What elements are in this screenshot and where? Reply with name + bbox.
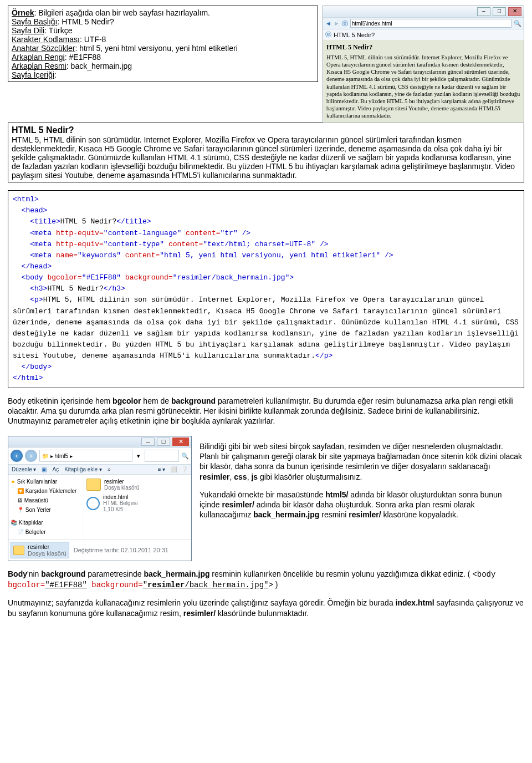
toolbar-chevron[interactable]: » — [108, 466, 111, 472]
icerik-label: Sayfa İçeriği — [12, 70, 54, 79]
search-icon[interactable]: 🔍 — [514, 20, 521, 27]
search-icon[interactable]: 🔍 — [181, 452, 189, 460]
breadcrumb[interactable]: 📁 ▸ html5 ▸ — [39, 450, 132, 462]
content-body: HTML 5, HTML dilinin son sürümüdür. Inte… — [12, 135, 520, 180]
bgimg-value: : back_hermain.jpg — [66, 62, 132, 70]
forward-icon[interactable]: ► — [334, 20, 340, 27]
close-icon[interactable]: ✕ — [172, 438, 189, 446]
search-input[interactable] — [145, 450, 179, 462]
ie-icon: ⓔ — [342, 19, 348, 28]
bgcolor-value: : #E1FF88 — [65, 53, 101, 62]
keywords-value: : html 5, yeni html versiyonu, yeni html… — [75, 44, 237, 53]
file-explorer: – □ ✕ ‹ › 📁 ▸ html5 ▸ ▾ 🔍 Düzenle ▾ ▣Aç … — [8, 436, 192, 561]
ie-icon: ⓔ — [325, 30, 331, 39]
keywords-label: Anahtar Sözcükler — [12, 44, 75, 53]
toolbar-duzenle[interactable]: Düzenle ▾ — [12, 466, 36, 472]
close-icon[interactable]: ✕ — [508, 7, 521, 16]
minimize-icon[interactable]: – — [141, 438, 155, 446]
para-background-path: Body'nin background parametresinde back_… — [8, 569, 524, 590]
back-icon[interactable]: ‹ — [11, 450, 23, 462]
selected-name: resimler — [28, 543, 66, 550]
maximize-icon[interactable]: □ — [493, 7, 506, 16]
minimize-icon[interactable]: – — [477, 7, 490, 16]
maximize-icon[interactable]: □ — [157, 438, 170, 446]
dil-label: Sayfa Dili — [12, 26, 44, 35]
example-spec-box: Örnek: Bilgileri aşağıda olan bir web sa… — [8, 6, 318, 82]
file-list[interactable]: resimler Dosya klasörü index.html HTML B… — [84, 475, 191, 539]
bgimg-label: Arkaplan Resmi — [12, 62, 66, 70]
baslik-label: Sayfa Başlığı — [12, 17, 58, 26]
para-bgcolor-background: Body etiketinin içerisinde hem bgcolor h… — [8, 396, 524, 426]
charset-label: Karakter Kodlaması — [12, 35, 80, 44]
para-folder-structure: Bilindiği gibi bir web sitesi birçok say… — [200, 434, 524, 527]
toolbar-kitap[interactable]: Kitaplığa ekle ▾ — [64, 466, 102, 472]
content-box: HTML 5 Nedir? HTML 5, HTML dilinin son s… — [8, 123, 524, 182]
list-item[interactable]: index.html HTML Belgesi 1,10 KB — [86, 492, 189, 514]
folder-icon — [86, 479, 101, 491]
back-icon[interactable]: ◄ — [325, 20, 331, 27]
preview-heading: HTML 5 Nedir? — [326, 43, 520, 52]
bgcolor-label: Arkaplan Rengi — [12, 53, 65, 62]
ornek-text: : Bilgileri aşağıda olan bir web sayfası… — [34, 8, 209, 17]
baslik-value: : HTML 5 Nedir? — [58, 17, 114, 26]
ornek-label: Örnek — [12, 8, 34, 17]
list-item[interactable]: resimler Dosya klasörü — [86, 477, 189, 492]
dil-value: : Türkçe — [44, 26, 72, 35]
folder-icon — [13, 546, 24, 555]
forward-icon[interactable]: › — [25, 450, 37, 462]
ie-icon — [86, 497, 100, 510]
address-bar[interactable] — [350, 19, 511, 28]
browser-preview: – □ ✕ ◄ ► ⓔ 🔍 ⓔ HTML 5 Nedir? HTML 5 Ned… — [323, 6, 524, 123]
folder-tree[interactable]: ★ Sık Kullanılanlar 🔽 Karşıdan Yüklemele… — [8, 475, 84, 539]
help-icon[interactable]: ❔ — [181, 466, 188, 472]
charset-value: : UTF-8 — [80, 35, 106, 44]
icerik-colon: : — [54, 70, 57, 79]
para-relative-path: Unutmayınız; sayfanızda kullanacağınız r… — [8, 598, 524, 618]
preview-body: HTML 5, HTML dilinin son sürümüdür. Inte… — [326, 54, 520, 119]
content-heading: HTML 5 Nedir? — [12, 125, 520, 135]
selected-type: Dosya klasörü — [28, 550, 66, 557]
tab-title[interactable]: HTML 5 Nedir? — [334, 32, 375, 38]
status-text: Değiştirme tarihi: 02.10.2011 20:31 — [74, 547, 168, 553]
toolbar-ac[interactable]: Aç — [52, 466, 59, 472]
code-box: <html> <head> <title>HTML 5 Nedir?</titl… — [8, 190, 524, 388]
